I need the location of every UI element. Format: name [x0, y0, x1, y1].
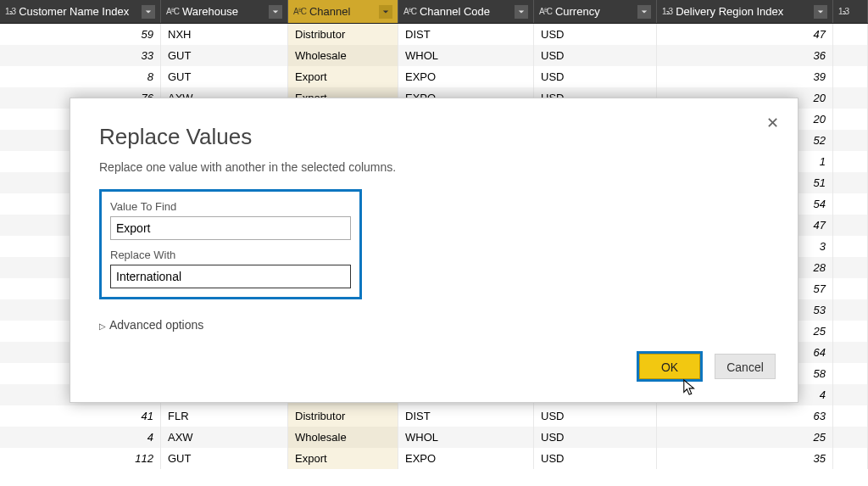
type-icon: 1₂3 — [838, 7, 849, 16]
type-icon: AᴮC — [403, 7, 416, 16]
chevron-down-icon[interactable] — [142, 5, 155, 19]
cell[interactable]: 112 — [0, 448, 161, 469]
table-row[interactable]: 33GUTWholesaleWHOLUSD36 — [0, 45, 868, 66]
close-icon[interactable]: ✕ — [766, 114, 779, 132]
cell[interactable]: USD — [534, 66, 657, 87]
cell[interactable]: Export — [288, 448, 398, 469]
cell[interactable]: Distributor — [288, 24, 398, 45]
input-highlight-box: Value To Find Replace With — [99, 189, 362, 299]
cell[interactable] — [833, 278, 868, 299]
cell[interactable]: 39 — [657, 66, 833, 87]
cell[interactable]: 8 — [0, 66, 161, 87]
cell[interactable] — [833, 151, 868, 172]
advanced-options-toggle[interactable]: ▷Advanced options — [99, 318, 769, 332]
cell[interactable]: Wholesale — [288, 45, 398, 66]
cell[interactable] — [833, 342, 868, 363]
cell[interactable] — [833, 384, 868, 405]
table-row[interactable]: 41FLRDistributorDISTUSD63 — [0, 405, 868, 427]
cell[interactable]: 4 — [0, 427, 161, 448]
ok-button-highlight: OK — [637, 351, 703, 382]
cell[interactable]: WHOL — [398, 427, 534, 448]
column-label: Channel Code — [420, 5, 511, 18]
chevron-down-icon[interactable] — [814, 5, 827, 19]
cell[interactable]: 35 — [657, 448, 833, 469]
column-header-channel[interactable]: AᴮCChannel — [288, 0, 398, 23]
column-header-customer-name-index[interactable]: 1₂3Customer Name Index — [0, 0, 161, 23]
cell[interactable]: DIST — [398, 24, 534, 45]
dialog-description: Replace one value with another in the se… — [99, 160, 769, 174]
cell[interactable] — [833, 363, 868, 384]
cell[interactable] — [833, 24, 868, 45]
table-row[interactable]: 112GUTExportEXPOUSD35 — [0, 448, 868, 469]
column-header-delivery-region-index[interactable]: 1₂3Delivery Region Index — [657, 0, 833, 23]
cell[interactable]: USD — [534, 405, 657, 427]
cell[interactable] — [833, 448, 868, 469]
cell[interactable] — [833, 427, 868, 448]
cell[interactable]: 25 — [657, 427, 833, 448]
cell[interactable]: EXPO — [398, 448, 534, 469]
chevron-down-icon[interactable] — [269, 5, 282, 19]
grid-header: 1₂3Customer Name IndexAᴮCWarehouseAᴮCCha… — [0, 0, 868, 24]
cell[interactable]: 47 — [657, 24, 833, 45]
table-row[interactable]: 4AXWWholesaleWHOLUSD25 — [0, 427, 868, 448]
column-header-extra[interactable]: 1₂3 — [833, 0, 868, 23]
cell[interactable]: Wholesale — [288, 427, 398, 448]
chevron-down-icon[interactable] — [637, 5, 651, 19]
column-label: Channel — [309, 5, 376, 18]
ok-button[interactable]: OK — [639, 354, 700, 379]
cell[interactable] — [833, 66, 868, 87]
cell[interactable] — [833, 257, 868, 278]
chevron-down-icon[interactable] — [515, 5, 528, 19]
cell[interactable]: 36 — [657, 45, 833, 66]
cell[interactable]: AXW — [161, 427, 288, 448]
column-label: Currency — [555, 5, 634, 18]
cell[interactable] — [833, 45, 868, 66]
value-to-find-input[interactable] — [110, 216, 351, 240]
cell[interactable] — [833, 87, 868, 109]
cell[interactable]: USD — [534, 24, 657, 45]
cell[interactable] — [833, 109, 868, 130]
cell[interactable]: FLR — [161, 405, 288, 427]
cell[interactable] — [833, 215, 868, 236]
cell[interactable]: DIST — [398, 405, 534, 427]
column-label: Customer Name Index — [19, 5, 138, 18]
column-label: Delivery Region Index — [676, 5, 810, 18]
cell[interactable] — [833, 321, 868, 342]
chevron-right-icon: ▷ — [99, 321, 106, 331]
cell[interactable]: 63 — [657, 405, 833, 427]
cell[interactable]: NXH — [161, 24, 288, 45]
cell[interactable] — [833, 193, 868, 215]
chevron-down-icon[interactable] — [379, 5, 392, 19]
table-row[interactable]: 8GUTExportEXPOUSD39 — [0, 66, 868, 87]
cell[interactable]: GUT — [161, 66, 288, 87]
cell[interactable]: Distributor — [288, 405, 398, 427]
table-row[interactable]: 59NXHDistributorDISTUSD47 — [0, 24, 868, 45]
column-header-warehouse[interactable]: AᴮCWarehouse — [161, 0, 288, 23]
type-icon: 1₂3 — [662, 7, 672, 16]
cell[interactable]: 41 — [0, 405, 161, 427]
dialog-buttons: OK Cancel — [637, 351, 776, 382]
cell[interactable]: 59 — [0, 24, 161, 45]
cell[interactable]: Export — [288, 66, 398, 87]
cell[interactable]: 33 — [0, 45, 161, 66]
cell[interactable] — [833, 236, 868, 257]
cell[interactable]: USD — [534, 427, 657, 448]
value-to-find-label: Value To Find — [110, 200, 351, 213]
cell[interactable]: EXPO — [398, 66, 534, 87]
replace-with-input[interactable] — [110, 265, 351, 288]
column-header-channel-code[interactable]: AᴮCChannel Code — [398, 0, 534, 23]
type-icon: AᴮC — [293, 7, 306, 16]
cell[interactable]: USD — [534, 448, 657, 469]
cell[interactable] — [833, 405, 868, 427]
cancel-button[interactable]: Cancel — [715, 354, 776, 379]
cell[interactable] — [833, 172, 868, 193]
column-header-currency[interactable]: AᴮCCurrency — [534, 0, 657, 23]
cell[interactable]: WHOL — [398, 45, 534, 66]
type-icon: 1₂3 — [5, 7, 15, 16]
dialog-title: Replace Values — [99, 124, 769, 150]
cell[interactable] — [833, 299, 868, 321]
cell[interactable]: GUT — [161, 448, 288, 469]
cell[interactable] — [833, 130, 868, 151]
cell[interactable]: GUT — [161, 45, 288, 66]
cell[interactable]: USD — [534, 45, 657, 66]
